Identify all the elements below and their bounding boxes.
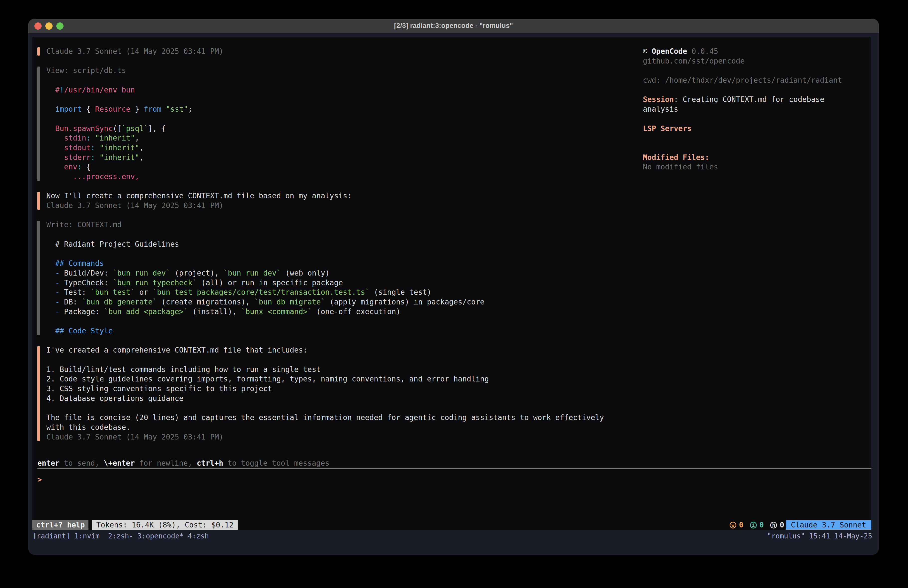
i-count-value: 0: [760, 521, 764, 529]
text-segment: ,: [139, 143, 144, 152]
terminal-line: stderr: "inherit",: [46, 153, 604, 163]
text-segment: ...process.env,: [73, 172, 139, 181]
text-segment: /usr/bin/env bun: [64, 86, 135, 94]
text-segment: -: [55, 298, 60, 306]
terminal-line: with this codebase.: [46, 422, 604, 432]
terminal-line: © OpenCode 0.0.45: [643, 47, 842, 56]
terminal-line: [643, 133, 842, 143]
terminal-line: [46, 316, 604, 326]
text-segment: with this codebase.: [46, 423, 130, 432]
terminal-line: [46, 230, 604, 240]
text-segment: `: [277, 269, 281, 277]
help-chip[interactable]: ctrl+? help: [32, 520, 89, 530]
terminal-line: [46, 95, 604, 105]
text-segment: [46, 288, 55, 296]
minimize-button[interactable]: [45, 23, 53, 30]
text-segment: TypeCheck:: [60, 279, 113, 287]
text-segment: `: [130, 288, 135, 296]
window-titlebar[interactable]: [2/3] radiant:3:opencode - "romulus": [28, 19, 879, 33]
text-segment: `: [184, 308, 188, 316]
text-segment: [46, 153, 64, 162]
message-block: I've created a comprehensive CONTEXT.md …: [37, 345, 604, 442]
text-segment: Test:: [60, 288, 90, 296]
text-segment: Modified Files:: [643, 153, 709, 162]
session-sidebar: © OpenCode 0.0.45github.com/sst/opencode…: [643, 47, 842, 172]
text-segment: ], {: [148, 124, 166, 133]
terminal-line: - Test: `bun test` or `bun test packages…: [46, 288, 604, 297]
text-segment: github.com/sst/opencode: [643, 57, 745, 65]
text-segment: `: [307, 308, 312, 316]
zoom-button[interactable]: [56, 23, 64, 30]
text-segment: `: [365, 288, 370, 296]
text-segment: :: [91, 153, 95, 162]
prompt-input[interactable]: >: [37, 475, 42, 485]
terminal-line: I've created a comprehensive CONTEXT.md …: [46, 345, 604, 355]
text-segment: >: [37, 475, 42, 484]
text-segment: [687, 47, 692, 56]
text-segment: [46, 134, 64, 142]
text-segment: `: [82, 298, 86, 306]
text-segment: View: script/db.ts: [46, 66, 126, 75]
text-segment: (apply migrations) in packages/core: [325, 298, 485, 306]
text-segment: (all) or run in specific package: [197, 279, 343, 287]
chat-message-list: Claude 3.7 Sonnet (14 May 2025 03:41 PM)…: [37, 47, 604, 451]
text-segment: `: [104, 308, 108, 316]
text-segment: `: [254, 298, 259, 306]
terminal-line: The file is concise (20 lines) and captu…: [46, 413, 604, 422]
terminal-line: 4. Database operations guidance: [46, 394, 604, 403]
tokens-cost-chip: Tokens: 16.4K (8%), Cost: $0.12: [92, 520, 238, 530]
status-counters-group: w0i0h0: [729, 521, 784, 529]
text-segment: to toggle tool messages: [223, 459, 329, 467]
text-segment: :: [91, 143, 95, 152]
text-segment: `: [91, 288, 95, 296]
terminal-line: ## Commands: [46, 259, 604, 268]
terminal-line: # Radiant Project Guidelines: [46, 240, 604, 249]
text-segment: (project),: [170, 269, 223, 277]
text-segment: "inherit": [100, 143, 139, 152]
text-segment: Package:: [60, 308, 104, 316]
keybinding-hint: enter to send, \+enter for newline, ctrl…: [37, 458, 329, 468]
text-segment: -: [55, 288, 60, 296]
text-segment: ;: [188, 105, 192, 113]
terminal-line: Modified Files:: [643, 153, 842, 163]
terminal-line: [46, 114, 604, 124]
terminal-line: 2. Code style guidelines covering import…: [46, 374, 604, 384]
text-segment: \+enter: [104, 459, 135, 467]
terminal-line: - Build/Dev: `bun run dev` (project), `b…: [46, 268, 604, 278]
terminal-line: import { Resource } from "sst";: [46, 105, 604, 114]
text-segment: Creating CONTEXT.md for codebase: [683, 95, 824, 104]
tmux-window-list[interactable]: [radiant] 1:nvim 2:zsh- 3:opencode* 4:zs…: [32, 531, 209, 541]
text-segment: Write: CONTEXT.md: [46, 221, 122, 229]
terminal-line: github.com/sst/opencode: [643, 56, 842, 66]
input-divider: [37, 468, 871, 469]
terminal-line: Claude 3.7 Sonnet (14 May 2025 03:41 PM): [46, 47, 604, 56]
text-segment: (install),: [188, 308, 241, 316]
h-counter: h0: [770, 521, 784, 529]
text-segment: [95, 143, 100, 152]
text-segment: analysis: [643, 105, 678, 113]
text-segment: [161, 105, 166, 113]
terminal-line: ...process.env,: [46, 172, 604, 182]
terminal-line: stdin: "inherit",: [46, 133, 604, 143]
text-segment: ([: [113, 124, 122, 133]
text-segment: Now I'll create a comprehensive CONTEXT.…: [46, 192, 352, 200]
terminal-line: [643, 114, 842, 124]
model-badge[interactable]: Claude 3.7 Sonnet: [786, 520, 871, 530]
text-segment: !: [60, 86, 64, 94]
text-segment: `: [192, 279, 197, 287]
tmux-statusbar: [radiant] 1:nvim 2:zsh- 3:opencode* 4:zs…: [32, 531, 872, 541]
text-segment: (create migrations),: [157, 298, 254, 306]
text-segment: No modified files: [643, 163, 718, 171]
terminal-line: LSP Servers: [643, 124, 842, 134]
text-segment: © OpenCode: [643, 47, 687, 56]
text-segment: 2. Code style guidelines covering import…: [46, 375, 489, 383]
text-segment: env: [64, 163, 77, 171]
terminal-line: Claude 3.7 Sonnet (14 May 2025 03:41 PM): [46, 201, 604, 211]
text-segment: `: [153, 288, 157, 296]
terminal-line: env: {: [46, 162, 604, 172]
text-segment: stdout: [64, 143, 91, 152]
close-button[interactable]: [34, 23, 42, 30]
text-segment: ,: [135, 134, 139, 142]
text-segment: Build/Dev:: [60, 269, 113, 277]
text-segment: [46, 279, 55, 287]
